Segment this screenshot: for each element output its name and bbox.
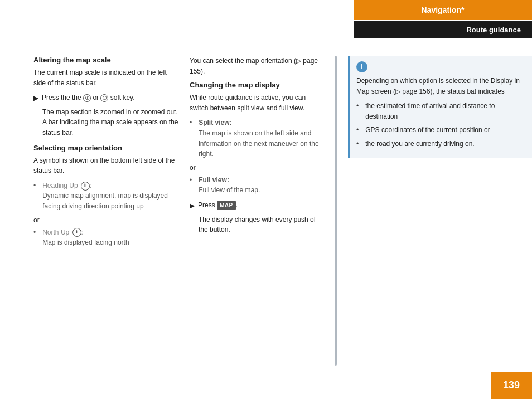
north-up-icon: ⬆ — [72, 228, 81, 237]
header-area: Navigation* Route guidance — [354, 0, 532, 38]
north-up-item: North Up ⬆: Map is displayed facing nort… — [33, 227, 178, 248]
heading-up-body: Dynamic map alignment, map is displayed … — [42, 192, 168, 210]
press-soft-key-text: Press the the ⊕ or ⊖ soft key. — [42, 93, 135, 104]
north-up-list: North Up ⬆: Map is displayed facing nort… — [33, 227, 178, 248]
info-body-text: Depending on which option is selected in… — [356, 76, 525, 96]
or-text-1: or — [33, 216, 178, 224]
left-column: Altering the map scale The current map s… — [33, 56, 190, 366]
map-orientation-ref: You can select the map orientation (▷ pa… — [190, 56, 321, 76]
main-content: Altering the map scale The current map s… — [33, 56, 532, 366]
press-soft-key-item: ▶ Press the the ⊕ or ⊖ soft key. — [33, 93, 178, 104]
right-column: i Depending on which option is selected … — [342, 56, 532, 366]
info-bullet-3: the road you are currently driving on. — [356, 139, 525, 149]
split-view-body: The map is shown on the left side and in… — [199, 129, 318, 158]
nav-tab-label: Navigation* — [421, 6, 464, 14]
full-view-title: Full view: — [199, 176, 229, 184]
info-icon: i — [356, 61, 367, 72]
route-tab: Route guidance — [354, 21, 532, 38]
full-view-body: Full view of the map. — [199, 186, 260, 194]
heading-up-item: Heading Up ⬆: Dynamic map alignment, map… — [33, 181, 178, 212]
middle-column: You can select the map orientation (▷ pa… — [190, 56, 329, 366]
north-up-body: Map is displayed facing north — [42, 239, 129, 246]
map-scale-body1: The current map scale is indicated on th… — [33, 67, 178, 88]
heading-up-icon: ⬆ — [81, 182, 90, 191]
info-box: i Depending on which option is selected … — [348, 56, 532, 158]
info-bullet-2: GPS coordinates of the current position … — [356, 125, 525, 135]
arrow-symbol: ▶ — [33, 93, 38, 104]
or-text-mid: or — [190, 164, 321, 172]
north-up-title: North Up ⬆: — [42, 228, 83, 236]
map-button-label: MAP — [217, 201, 236, 211]
column-divider — [335, 56, 337, 366]
info-bullets-list: the estimated time of arrival and distan… — [356, 101, 525, 149]
changing-map-display-title: Changing the map display — [190, 81, 321, 89]
split-view-item: Split view: The map is shown on the left… — [190, 118, 321, 159]
full-view-item: Full view: Full view of the map. — [190, 175, 321, 196]
selecting-map-orientation-title: Selecting map orientation — [33, 144, 178, 152]
press-map-item: ▶ Press MAP. — [190, 200, 321, 211]
heading-up-title: Heading Up ⬆: — [42, 182, 91, 189]
display-changes-text: The display changes with every push of t… — [190, 215, 321, 235]
page-number: 139 — [491, 372, 532, 399]
full-view-list: Full view: Full view of the map. — [190, 175, 321, 196]
map-scale-body2: The map section is zoomed in or zoomed o… — [33, 107, 178, 138]
info-bullet-1: the estimated time of arrival and distan… — [356, 101, 525, 121]
press-map-arrow: ▶ — [190, 201, 195, 211]
split-view-title: Split view: — [199, 119, 231, 126]
map-orientation-list: Heading Up ⬆: Dynamic map alignment, map… — [33, 181, 178, 212]
map-orientation-body: A symbol is shown on the bottom left sid… — [33, 155, 178, 176]
map-display-body: While route guidance is active, you can … — [190, 93, 321, 113]
press-map-text: Press MAP. — [198, 200, 238, 211]
route-tab-label: Route guidance — [466, 26, 521, 34]
navigation-tab: Navigation* — [354, 0, 532, 20]
view-list: Split view: The map is shown on the left… — [190, 118, 321, 159]
altering-map-scale-title: Altering the map scale — [33, 56, 178, 64]
